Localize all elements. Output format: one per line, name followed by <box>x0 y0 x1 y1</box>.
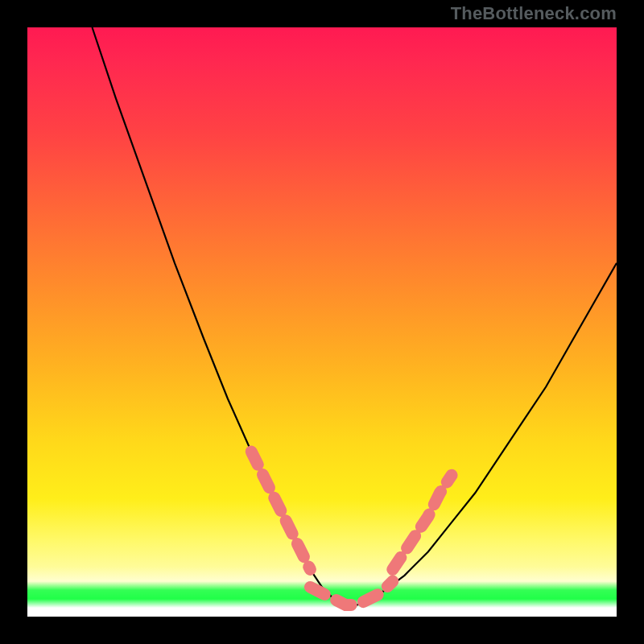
salmon-dash-right <box>393 475 452 569</box>
salmon-dash-left <box>251 452 310 569</box>
chart-frame: TheBottleneck.com <box>0 0 644 644</box>
attribution-label: TheBottleneck.com <box>451 3 617 24</box>
salmon-dash-bottom <box>310 581 392 605</box>
curve-layer <box>27 27 617 617</box>
plot-area <box>27 27 617 617</box>
bottleneck-main-curve <box>93 27 617 605</box>
